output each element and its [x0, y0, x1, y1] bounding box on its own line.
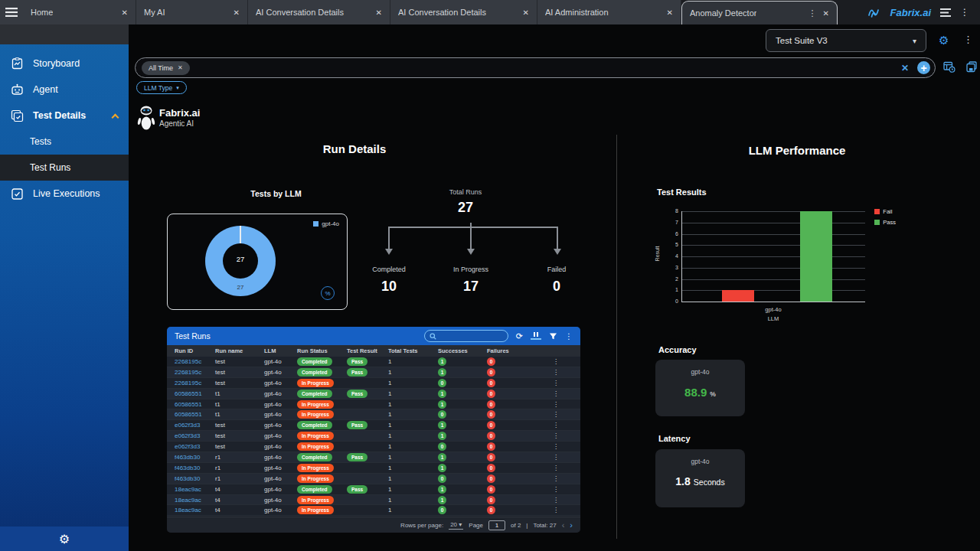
- run-id-link[interactable]: 18eac9ac: [175, 497, 215, 504]
- list-icon[interactable]: [940, 8, 951, 17]
- sidebar-item-live-executions[interactable]: Live Executions: [0, 181, 129, 207]
- failures-cell: 0: [487, 421, 553, 429]
- run-id-link[interactable]: f463db30: [175, 454, 215, 461]
- section-divider: [616, 135, 617, 539]
- row-actions-icon[interactable]: ⋮: [553, 507, 559, 514]
- tab-close-icon[interactable]: ✕: [817, 9, 829, 18]
- row-actions-icon[interactable]: ⋮: [553, 369, 559, 376]
- sidebar-item-test-details[interactable]: Test Details: [0, 103, 129, 129]
- run-id-link[interactable]: 60586551: [175, 401, 215, 408]
- run-id-link[interactable]: 18eac9ac: [175, 486, 215, 493]
- accuracy-value: 88.9: [684, 386, 707, 399]
- run-status-cell: Completed: [297, 421, 347, 429]
- hamburger-menu-icon[interactable]: [0, 0, 23, 24]
- row-actions-icon[interactable]: ⋮: [553, 422, 559, 429]
- row-actions-icon[interactable]: ⋮: [553, 358, 559, 365]
- llm-type-filter-chip[interactable]: LLM Type ▾: [136, 81, 187, 94]
- previous-page-icon[interactable]: ‹: [562, 520, 565, 530]
- in-progress-value: 17: [429, 279, 513, 295]
- sidebar-item-test-runs[interactable]: Test Runs: [0, 155, 129, 181]
- run-id-link[interactable]: e062f3d3: [175, 422, 215, 429]
- remove-filter-icon[interactable]: ✕: [178, 64, 183, 71]
- run-id-link[interactable]: 18eac9ac: [175, 507, 215, 514]
- tab-close-icon[interactable]: ✕: [116, 8, 128, 17]
- row-actions-icon[interactable]: ⋮: [553, 411, 559, 418]
- table-row: 60586551t1gpt-4oIn Progress100⋮: [167, 409, 580, 420]
- row-actions-icon[interactable]: ⋮: [553, 380, 559, 386]
- tab-close-icon[interactable]: ✕: [661, 8, 673, 17]
- col-run-status: Run Status: [297, 347, 347, 354]
- legend-label: Pass: [883, 219, 896, 226]
- clear-filters-icon[interactable]: ✕: [901, 63, 909, 73]
- table-search-input[interactable]: [424, 330, 508, 342]
- window-kebab-icon[interactable]: ⋮: [960, 7, 969, 18]
- filter-bar[interactable]: All Time ✕ ✕ +: [135, 57, 936, 78]
- table-history-icon[interactable]: [943, 61, 956, 73]
- row-actions-icon[interactable]: ⋮: [553, 486, 559, 493]
- run-id-link[interactable]: 60586551: [175, 411, 215, 418]
- table-kebab-icon[interactable]: ⋮: [565, 332, 573, 341]
- row-actions-icon[interactable]: ⋮: [553, 432, 559, 439]
- tab-title: My AI: [144, 8, 165, 17]
- y-tick-label: 3: [657, 265, 678, 270]
- run-status-cell: In Progress: [297, 464, 347, 472]
- filter-funnel-icon[interactable]: [549, 332, 557, 341]
- row-actions-icon[interactable]: ⋮: [553, 401, 559, 408]
- toolbar-kebab-icon[interactable]: ⋮: [963, 34, 974, 45]
- row-actions-icon[interactable]: ⋮: [553, 443, 559, 450]
- pause-updates-icon[interactable]: [531, 332, 541, 340]
- browser-tab-2[interactable]: My AI✕: [136, 0, 248, 24]
- total-tests-cell: 1: [388, 475, 438, 482]
- total-count-label: Total: 27: [533, 522, 556, 529]
- run-details-title: Run Details: [263, 142, 446, 155]
- rows-per-page-select[interactable]: 20 ▾: [449, 521, 463, 530]
- sidebar-settings-gear-icon[interactable]: ⚙: [0, 527, 129, 551]
- llm-cell: gpt-4o: [264, 443, 297, 450]
- next-page-icon[interactable]: ›: [570, 520, 573, 530]
- run-id-link[interactable]: 2268195c: [175, 358, 215, 365]
- chevron-up-icon[interactable]: [112, 113, 119, 121]
- row-actions-icon[interactable]: ⋮: [553, 497, 559, 504]
- run-status-badge: Completed: [297, 357, 332, 366]
- row-actions-icon[interactable]: ⋮: [553, 475, 559, 482]
- row-actions-icon[interactable]: ⋮: [553, 454, 559, 461]
- run-id-link[interactable]: f463db30: [175, 465, 215, 471]
- refresh-icon[interactable]: ⟳: [516, 332, 523, 341]
- row-actions-icon[interactable]: ⋮: [553, 465, 559, 471]
- run-status-badge: Completed: [297, 485, 332, 494]
- sidebar-item-agent[interactable]: Agent: [0, 77, 129, 103]
- run-id-link[interactable]: 60586551: [175, 390, 215, 397]
- browser-tab-6[interactable]: Anomaly Detector⋮✕: [681, 1, 838, 24]
- tab-menu-icon[interactable]: ⋮: [802, 8, 817, 18]
- run-name-cell: test: [215, 443, 264, 450]
- run-status-cell: In Progress: [297, 474, 347, 483]
- run-id-link[interactable]: e062f3d3: [175, 432, 215, 439]
- filter-chip-all-time[interactable]: All Time ✕: [142, 61, 190, 75]
- run-id-link[interactable]: e062f3d3: [175, 443, 215, 450]
- browser-tab-4[interactable]: AI Conversation Details✕: [390, 0, 537, 24]
- browser-tab-1[interactable]: Home✕: [23, 0, 136, 24]
- settings-gear-icon[interactable]: ⚙: [939, 34, 949, 47]
- test-suite-selector[interactable]: Test Suite V3 ▾: [766, 29, 926, 52]
- fail-bar: [722, 290, 754, 302]
- tab-close-icon[interactable]: ✕: [370, 8, 382, 17]
- browser-tab-3[interactable]: AI Conversation Details✕: [248, 0, 390, 24]
- sidebar-item-storyboard[interactable]: Storyboard: [0, 51, 129, 77]
- donut-center-value: 27: [205, 255, 276, 263]
- tab-close-icon[interactable]: ✕: [227, 8, 240, 17]
- run-id-link[interactable]: 2268195c: [175, 380, 215, 386]
- save-view-icon[interactable]: [966, 61, 978, 73]
- llm-cell: gpt-4o: [264, 422, 297, 429]
- y-tick-label: 7: [657, 220, 678, 225]
- add-filter-button[interactable]: +: [916, 60, 932, 76]
- browser-tab-5[interactable]: AI Administration✕: [537, 0, 681, 24]
- percent-toggle-button[interactable]: %: [321, 286, 335, 300]
- run-id-link[interactable]: 2268195c: [175, 369, 215, 376]
- page-number-input[interactable]: [488, 520, 505, 530]
- failures-count-badge: 0: [487, 506, 495, 514]
- row-actions-icon[interactable]: ⋮: [553, 390, 559, 397]
- tab-close-icon[interactable]: ✕: [517, 8, 529, 17]
- llm-cell: gpt-4o: [264, 358, 297, 365]
- run-id-link[interactable]: f463db30: [175, 475, 215, 482]
- sidebar-item-tests[interactable]: Tests: [0, 129, 129, 155]
